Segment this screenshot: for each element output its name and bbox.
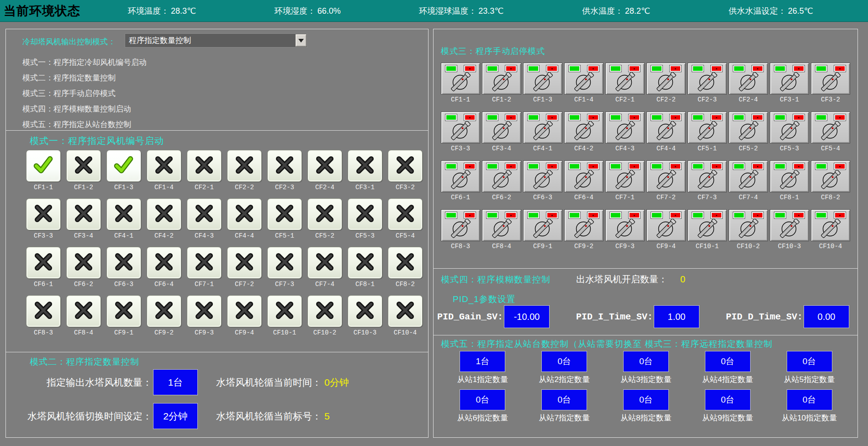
fan-select-button[interactable] <box>147 247 181 279</box>
fan-switch-button[interactable] <box>688 63 727 95</box>
fan-select-button[interactable] <box>388 247 423 279</box>
station-count-button[interactable]: 0台 <box>541 351 587 372</box>
fan-select-button[interactable] <box>307 295 342 327</box>
fan-select-button[interactable] <box>106 150 141 182</box>
fan-switch-button[interactable] <box>482 209 521 241</box>
pid-field-value[interactable]: 1.00 <box>654 305 699 328</box>
fan-switch-button[interactable] <box>729 209 768 241</box>
fan-switch-button[interactable] <box>770 160 809 192</box>
fan-switch-button[interactable] <box>523 160 562 192</box>
fan-switch-button[interactable] <box>441 209 480 241</box>
fan-select-button[interactable] <box>267 247 302 279</box>
fan-switch-button[interactable] <box>688 112 727 143</box>
fan-switch-button[interactable] <box>729 63 768 95</box>
fan-switch-cell: CF8-1 <box>770 160 809 201</box>
fan-switch-button[interactable] <box>441 63 480 95</box>
fan-select-button[interactable] <box>66 150 101 182</box>
fan-switch-button[interactable] <box>688 160 727 192</box>
fan-select-button[interactable] <box>388 198 423 230</box>
fan-output-mode-dropdown[interactable]: 程序指定数量控制 <box>125 33 307 48</box>
fan-select-button[interactable] <box>267 295 302 327</box>
fan-select-button[interactable] <box>147 295 181 327</box>
fan-select-button[interactable] <box>307 247 342 279</box>
fan-switch-button[interactable] <box>811 63 850 95</box>
fan-select-button[interactable] <box>106 247 141 279</box>
station-count-button[interactable]: 0台 <box>460 389 505 410</box>
fan-switch-button[interactable] <box>523 112 562 143</box>
fan-switch-button[interactable] <box>646 112 686 143</box>
fan-switch-button[interactable] <box>605 112 645 143</box>
fan-switch-button[interactable] <box>688 209 727 241</box>
fan-select-button[interactable] <box>187 198 222 230</box>
pid-field-value[interactable]: -10.00 <box>504 305 550 328</box>
fan-select-button[interactable] <box>147 198 181 230</box>
fan-select-button[interactable] <box>106 198 141 230</box>
station-count-button[interactable]: 1台 <box>460 351 505 372</box>
fan-switch-button[interactable] <box>564 112 603 143</box>
station-count-button[interactable]: 0台 <box>787 351 832 372</box>
fan-switch-button[interactable] <box>564 209 603 241</box>
fan-switch-button[interactable] <box>646 63 686 95</box>
fan-switch-button[interactable] <box>646 209 686 241</box>
station-count-button[interactable]: 0台 <box>705 351 751 372</box>
fan-select-button[interactable] <box>26 150 61 182</box>
fan-select-button[interactable] <box>348 150 382 182</box>
fan-select-button[interactable] <box>187 295 222 327</box>
pid-field-value[interactable]: 0.00 <box>804 305 849 328</box>
station-count-button[interactable]: 0台 <box>541 389 587 410</box>
fan-select-button[interactable] <box>267 150 302 182</box>
fan-select-button[interactable] <box>267 198 302 230</box>
station-count-button[interactable]: 0台 <box>623 389 669 410</box>
fan-select-button[interactable] <box>227 295 262 327</box>
fan-select-button[interactable] <box>227 247 262 279</box>
fan-switch-button[interactable] <box>482 63 521 95</box>
fan-switch-button[interactable] <box>811 160 850 192</box>
fan-select-button[interactable] <box>307 198 342 230</box>
fan-switch-button[interactable] <box>441 112 480 143</box>
fan-switch-button[interactable] <box>605 160 645 192</box>
fan-select-button[interactable] <box>26 295 61 327</box>
fan-switch-button[interactable] <box>482 112 521 143</box>
fan-count-setting-value[interactable]: 1台 <box>153 369 198 395</box>
fan-switch-button[interactable] <box>523 63 562 95</box>
fan-select-button[interactable] <box>66 247 101 279</box>
fan-switch-button[interactable] <box>605 63 645 95</box>
fan-select-button[interactable] <box>348 295 382 327</box>
station-count-button[interactable]: 0台 <box>705 389 751 410</box>
dropdown-arrow-button[interactable] <box>296 34 307 47</box>
fan-select-button[interactable] <box>348 198 382 230</box>
fan-switch-button[interactable] <box>605 209 645 241</box>
station-count-button[interactable]: 0台 <box>787 389 832 410</box>
fan-switch-button[interactable] <box>811 209 850 241</box>
fan-switch-button[interactable] <box>729 112 768 143</box>
fan-select-button[interactable] <box>147 150 181 182</box>
fan-switch-button[interactable] <box>523 209 562 241</box>
fan-select-button[interactable] <box>307 150 342 182</box>
fan-select-button[interactable] <box>26 247 61 279</box>
fan-select-button[interactable] <box>227 198 262 230</box>
fan-select-button[interactable] <box>66 198 101 230</box>
fan-switch-button[interactable] <box>811 112 850 143</box>
knob-icon <box>610 218 640 239</box>
fan-switch-button[interactable] <box>770 209 809 241</box>
fan-switch-button[interactable] <box>646 160 686 192</box>
fan-switch-button[interactable] <box>770 63 809 95</box>
fan-switch-button[interactable] <box>564 160 603 192</box>
fan-select-button[interactable] <box>66 295 101 327</box>
fan-switch-button[interactable] <box>729 160 768 192</box>
fan-switch-button[interactable] <box>441 160 480 192</box>
fan-select-button[interactable] <box>187 247 222 279</box>
fan-select-button[interactable] <box>388 295 423 327</box>
fan-select-button[interactable] <box>106 295 141 327</box>
fan-select-button[interactable] <box>388 150 423 182</box>
fan-switch-button[interactable] <box>770 112 809 143</box>
fan-switch-button[interactable] <box>564 63 603 95</box>
x-icon <box>153 202 175 227</box>
fan-select-button[interactable] <box>187 150 222 182</box>
fan-select-button[interactable] <box>348 247 382 279</box>
fan-select-button[interactable] <box>26 198 61 230</box>
fan-select-button[interactable] <box>227 150 262 182</box>
rotation-switch-time-value[interactable]: 2分钟 <box>153 403 198 429</box>
fan-switch-button[interactable] <box>482 160 521 192</box>
station-count-button[interactable]: 0台 <box>623 351 669 372</box>
